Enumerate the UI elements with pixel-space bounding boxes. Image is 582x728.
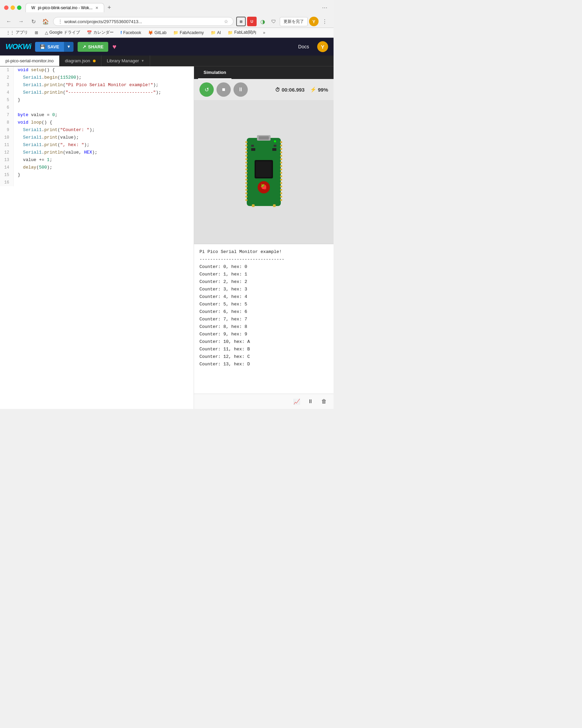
- svg-rect-34: [280, 172, 282, 174]
- svg-rect-44: [273, 204, 276, 207]
- reload-button[interactable]: ↻: [29, 17, 38, 26]
- bm-more-button[interactable]: »: [261, 30, 268, 36]
- serial-input-field[interactable]: [198, 399, 289, 404]
- tab-title: pi-pico-blink-serial.ino - Wok...: [38, 5, 93, 10]
- bm-gdrive-label: Google ドライブ: [49, 30, 80, 35]
- svg-rect-38: [280, 186, 282, 187]
- code-line-10: 10 Serial1.print(value);: [0, 134, 194, 141]
- tab-ino[interactable]: pi-pico-serial-monitor.ino: [0, 56, 60, 66]
- chart-button[interactable]: 📈: [291, 396, 302, 407]
- back-button[interactable]: ←: [4, 17, 14, 26]
- url-box[interactable]: ⋮ wokwi.com/projects/29775536007413... ☆: [53, 17, 233, 26]
- simulation-tab[interactable]: Simulation: [198, 66, 231, 79]
- code-line-6: 6: [0, 104, 194, 111]
- svg-rect-39: [280, 189, 282, 191]
- update-button[interactable]: 更新を完了: [280, 17, 308, 26]
- unsaved-indicator: [93, 60, 96, 62]
- bm-gitlab[interactable]: 🦊 GitLab: [146, 30, 168, 36]
- bm-facebook[interactable]: f Facebook: [118, 30, 143, 36]
- code-line-3: 3 Serial1.println("Pi Pico Serial Monito…: [0, 81, 194, 89]
- timer-value: 00:06.993: [281, 87, 305, 93]
- url-text: wokwi.com/projects/29775536007413...: [64, 19, 222, 24]
- svg-rect-42: [280, 199, 282, 201]
- tab-favicon: W: [31, 5, 35, 10]
- code-line-12: 12 Serial1.println(value, HEX);: [0, 149, 194, 156]
- code-line-5: 5 }: [0, 96, 194, 104]
- stop-button[interactable]: ■: [216, 82, 231, 97]
- perf-value: 99%: [318, 87, 328, 93]
- bm-grid[interactable]: ⊞: [33, 30, 40, 36]
- code-editor[interactable]: 1 void setup() { 2 Serial1.begin(115200)…: [0, 66, 194, 409]
- fablab-icon: 📁: [228, 30, 233, 35]
- wokwi-header: WOKWi 💾 SAVE ▼ ↗ SHARE ♥ Docs Y: [0, 38, 334, 56]
- browser-actions: ⊞ U ◑ 🛡 更新を完了 Y ⋮: [236, 17, 329, 26]
- serial-monitor[interactable]: Pi Pico Serial Monitor example! --------…: [194, 244, 334, 394]
- save-button[interactable]: 💾 SAVE: [35, 42, 64, 52]
- serial-line-11: Counter: 8, hex: 8: [199, 323, 328, 331]
- ext-btn-grid[interactable]: ⊞: [236, 17, 246, 26]
- save-dropdown-button[interactable]: ▼: [64, 42, 74, 52]
- serial-line-1: Pi Pico Serial Monitor example!: [199, 248, 328, 256]
- svg-rect-46: [272, 148, 276, 151]
- bm-fablab[interactable]: 📁 FabLab関内: [226, 29, 258, 36]
- forward-button[interactable]: →: [16, 17, 26, 26]
- bm-gdrive[interactable]: △ Google ドライブ: [43, 29, 82, 36]
- svg-rect-48: [274, 145, 276, 147]
- bm-calendar-label: カレンダー: [93, 30, 114, 35]
- serial-line-10: Counter: 7, hex: 7: [199, 316, 328, 323]
- restart-button[interactable]: ↺: [199, 82, 214, 97]
- like-button[interactable]: ♥: [112, 43, 116, 51]
- svg-rect-17: [245, 175, 247, 177]
- bm-ai-label: AI: [217, 30, 221, 35]
- serial-pause-button[interactable]: ⏸: [305, 396, 316, 407]
- board-area: 🍓: [194, 100, 334, 244]
- code-line-9: 9 Serial1.print("Counter: ");: [0, 126, 194, 134]
- header-avatar[interactable]: Y: [317, 41, 328, 52]
- svg-rect-11: [245, 155, 247, 157]
- svg-rect-23: [245, 196, 247, 197]
- svg-rect-22: [245, 192, 247, 194]
- svg-rect-7: [245, 141, 247, 143]
- home-button[interactable]: 🏠: [41, 17, 50, 26]
- new-tab-button[interactable]: +: [105, 3, 114, 13]
- ext-btn-shield[interactable]: 🛡: [269, 17, 278, 26]
- fabacademy-icon: 📁: [173, 30, 178, 35]
- serial-input-bar: 📈 ⏸ 🗑: [194, 394, 334, 409]
- active-tab[interactable]: W pi-pico-blink-serial.ino - Wok... ✕: [26, 3, 104, 12]
- close-button[interactable]: [4, 5, 9, 10]
- tab-ino-label: pi-pico-serial-monitor.ino: [5, 58, 54, 63]
- svg-rect-40: [280, 192, 282, 194]
- profile-avatar[interactable]: Y: [309, 17, 319, 26]
- bm-fabacademy[interactable]: 📁 FabAcademy: [171, 30, 206, 36]
- tab-library[interactable]: Library Manager ▼: [101, 56, 150, 66]
- maximize-button[interactable]: [17, 5, 21, 10]
- serial-clear-button[interactable]: 🗑: [319, 396, 329, 407]
- bm-apps[interactable]: ⋮⋮ アプリ: [4, 29, 30, 36]
- share-button[interactable]: ↗ SHARE: [78, 42, 109, 52]
- svg-rect-27: [280, 148, 282, 150]
- pause-button[interactable]: ⏸: [233, 82, 248, 97]
- svg-rect-37: [280, 182, 282, 184]
- svg-rect-18: [245, 179, 247, 180]
- bookmark-star-icon[interactable]: ☆: [224, 19, 228, 24]
- bm-ai[interactable]: 📁 AI: [209, 30, 223, 36]
- svg-rect-8: [245, 145, 247, 146]
- tab-close-button[interactable]: ✕: [95, 6, 98, 10]
- pico-board: 🍓: [245, 134, 282, 209]
- svg-rect-32: [280, 165, 282, 167]
- ai-icon: 📁: [211, 30, 216, 35]
- tab-diagram[interactable]: diagram.json: [60, 56, 101, 66]
- docs-button[interactable]: Docs: [294, 42, 313, 51]
- minimize-button[interactable]: [11, 5, 15, 10]
- code-line-14: 14 delay(500);: [0, 164, 194, 171]
- svg-rect-28: [280, 152, 282, 153]
- bm-calendar[interactable]: 📅 カレンダー: [85, 29, 116, 36]
- svg-rect-36: [280, 179, 282, 180]
- window-options-button[interactable]: ⋯: [320, 3, 329, 13]
- bm-fablab-label: FabLab関内: [234, 30, 256, 35]
- ext-btn-u[interactable]: U: [247, 17, 257, 26]
- code-line-7: 7 byte value = 0;: [0, 111, 194, 119]
- browser-menu-button[interactable]: ⋮: [320, 17, 329, 26]
- share-label: SHARE: [88, 44, 104, 49]
- ext-btn-green[interactable]: ◑: [258, 17, 268, 26]
